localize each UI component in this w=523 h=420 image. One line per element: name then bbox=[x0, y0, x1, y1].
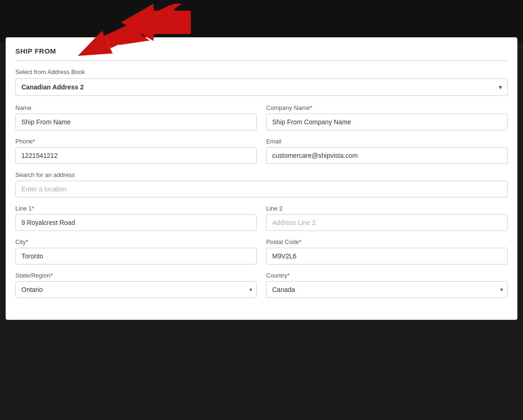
email-group: Email bbox=[266, 138, 508, 164]
postal-group: Postal Code* bbox=[266, 238, 508, 264]
state-country-row: State/Region* Ontario British Columbia A… bbox=[15, 272, 508, 298]
ship-from-form-card: SHIP FROM Select from Address Book Canad… bbox=[6, 37, 517, 320]
country-select[interactable]: Canada United States bbox=[266, 281, 508, 298]
search-row: Search for an address bbox=[15, 171, 508, 197]
email-label: Email bbox=[266, 138, 508, 145]
email-input[interactable] bbox=[266, 147, 508, 164]
page-wrapper: SHIP FROM Select from Address Book Canad… bbox=[0, 0, 523, 411]
name-company-row: Name Company Name* bbox=[15, 104, 508, 130]
phone-email-row: Phone* Email bbox=[15, 138, 508, 164]
line2-label: Line 2 bbox=[266, 205, 508, 212]
city-input[interactable] bbox=[15, 248, 257, 264]
name-group: Name bbox=[15, 104, 257, 130]
line1-label: Line 1* bbox=[15, 205, 257, 212]
address-book-label: Select from Address Book bbox=[15, 68, 508, 75]
country-select-wrapper[interactable]: Canada United States ▾ bbox=[266, 281, 508, 298]
state-select-wrapper[interactable]: Ontario British Columbia Alberta ▾ bbox=[15, 281, 257, 298]
phone-group: Phone* bbox=[15, 138, 257, 164]
address-search-input[interactable] bbox=[15, 181, 508, 197]
phone-input[interactable] bbox=[15, 147, 257, 164]
line1-input[interactable] bbox=[15, 214, 257, 231]
section-title: SHIP FROM bbox=[15, 47, 508, 55]
phone-label: Phone* bbox=[15, 138, 257, 145]
country-label: Country* bbox=[266, 272, 508, 279]
line1-line2-row: Line 1* Line 2 bbox=[15, 205, 508, 231]
city-postal-row: City* Postal Code* bbox=[15, 238, 508, 264]
search-group: Search for an address bbox=[15, 171, 508, 197]
section-divider bbox=[15, 61, 508, 61]
state-group: State/Region* Ontario British Columbia A… bbox=[15, 272, 257, 298]
search-label: Search for an address bbox=[15, 171, 508, 178]
black-bar bbox=[0, 0, 523, 42]
line2-input[interactable] bbox=[266, 214, 508, 231]
company-group: Company Name* bbox=[266, 104, 508, 130]
address-book-select[interactable]: Canadian Address 2 Canadian Address 1 US… bbox=[15, 78, 508, 96]
line1-group: Line 1* bbox=[15, 205, 257, 231]
state-label: State/Region* bbox=[15, 272, 257, 279]
country-group: Country* Canada United States ▾ bbox=[266, 272, 508, 298]
city-label: City* bbox=[15, 238, 257, 245]
city-group: City* bbox=[15, 238, 257, 264]
name-label: Name bbox=[15, 104, 257, 111]
name-input[interactable] bbox=[15, 114, 257, 130]
company-input[interactable] bbox=[266, 114, 508, 130]
postal-input[interactable] bbox=[266, 248, 508, 264]
state-select[interactable]: Ontario British Columbia Alberta bbox=[15, 281, 257, 298]
company-label: Company Name* bbox=[266, 104, 508, 111]
line2-group: Line 2 bbox=[266, 205, 508, 231]
address-book-select-wrapper[interactable]: Canadian Address 2 Canadian Address 1 US… bbox=[15, 78, 508, 96]
postal-label: Postal Code* bbox=[266, 238, 508, 245]
